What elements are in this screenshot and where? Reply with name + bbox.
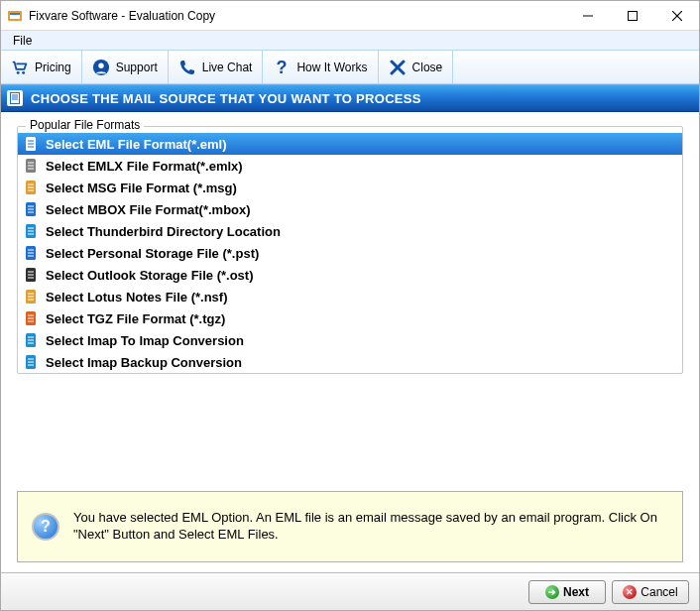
document-icon — [7, 90, 23, 106]
question-icon: ? — [273, 59, 291, 76]
format-item-label: Select Personal Storage File (*.pst) — [46, 246, 259, 261]
close-label: Close — [412, 61, 443, 74]
pricing-button[interactable]: Pricing — [1, 51, 82, 83]
toolbar: Pricing Support Live Chat — [1, 51, 699, 84]
file-format-icon — [24, 267, 40, 283]
file-format-icon — [24, 354, 40, 370]
format-item-label: Select EML File Format(*.eml) — [46, 137, 227, 152]
support-button[interactable]: Support — [82, 51, 169, 83]
info-panel: ? You have selected EML Option. An EML f… — [17, 491, 683, 562]
footer: ➔ Next ✕ Cancel — [1, 572, 699, 610]
support-label: Support — [116, 61, 158, 74]
format-item-label: Select TGZ File Format (*.tgz) — [46, 311, 225, 326]
window-controls — [565, 1, 699, 30]
svg-text:?: ? — [277, 59, 288, 76]
format-item[interactable]: Select Lotus Notes File (*.nsf) — [18, 286, 682, 307]
format-item[interactable]: Select EMLX File Format(*.emlx) — [18, 155, 682, 177]
format-item-label: Select MBOX File Format(*.mbox) — [46, 202, 251, 217]
svg-rect-4 — [628, 12, 637, 21]
app-window: Fixvare Software - Evaluation Copy File — [0, 0, 700, 611]
info-icon: ? — [32, 513, 59, 541]
format-item-label: Select MSG File Format (*.msg) — [46, 181, 237, 195]
content-area: Popular File Formats Select EML File For… — [1, 112, 699, 572]
svg-point-7 — [17, 70, 20, 73]
svg-point-8 — [22, 70, 25, 73]
cancel-button[interactable]: ✕ Cancel — [612, 580, 689, 604]
maximize-button[interactable] — [610, 1, 654, 31]
next-icon: ➔ — [545, 585, 559, 599]
close-icon — [389, 59, 407, 76]
file-format-icon — [24, 136, 40, 152]
format-item[interactable]: Select MSG File Format (*.msg) — [18, 177, 682, 198]
format-item[interactable]: Select Imap Backup Conversion — [18, 351, 682, 373]
file-format-icon — [24, 180, 40, 195]
next-button[interactable]: ➔ Next — [528, 580, 606, 604]
format-item-label: Select Outlook Storage File (*.ost) — [46, 268, 253, 283]
formats-legend: Popular File Formats — [26, 118, 144, 132]
howitworks-button[interactable]: ? How It Works — [263, 51, 378, 83]
format-item[interactable]: Select Imap To Imap Conversion — [18, 329, 682, 351]
cancel-label: Cancel — [641, 585, 677, 599]
format-item[interactable]: Select Personal Storage File (*.pst) — [18, 242, 682, 264]
cart-icon — [11, 59, 29, 76]
formats-fieldset: Popular File Formats Select EML File For… — [17, 126, 683, 374]
format-item-label: Select Imap Backup Conversion — [46, 355, 242, 370]
format-item[interactable]: Select MBOX File Format(*.mbox) — [18, 198, 682, 220]
menubar: File — [1, 31, 699, 51]
svg-rect-14 — [11, 93, 20, 104]
pricing-label: Pricing — [35, 61, 71, 74]
minimize-button[interactable] — [565, 1, 610, 31]
window-title: Fixvare Software - Evaluation Copy — [29, 9, 565, 23]
format-item[interactable]: Select Outlook Storage File (*.ost) — [18, 264, 682, 286]
titlebar: Fixvare Software - Evaluation Copy — [1, 1, 699, 31]
svg-point-10 — [98, 62, 103, 67]
howitworks-label: How It Works — [296, 61, 367, 74]
format-item[interactable]: Select EML File Format(*.eml) — [18, 133, 682, 155]
phone-icon — [178, 59, 196, 76]
menu-file[interactable]: File — [9, 34, 36, 48]
app-icon — [7, 8, 23, 24]
formats-list: Select EML File Format(*.eml)Select EMLX… — [18, 133, 682, 373]
format-item-label: Select Lotus Notes File (*.nsf) — [46, 290, 227, 305]
close-button[interactable]: Close — [379, 51, 454, 83]
file-format-icon — [24, 332, 40, 348]
headset-icon — [92, 59, 110, 76]
cancel-icon: ✕ — [623, 585, 637, 599]
next-label: Next — [563, 585, 589, 599]
svg-rect-2 — [10, 13, 20, 15]
file-format-icon — [24, 289, 40, 305]
section-header-title: CHOOSE THE MAIL SOURCE THAT YOU WANT TO … — [31, 91, 421, 106]
format-item[interactable]: Select Thunderbird Directory Location — [18, 220, 682, 242]
format-item-label: Select Thunderbird Directory Location — [46, 224, 281, 239]
livechat-label: Live Chat — [202, 61, 253, 74]
close-window-button[interactable] — [654, 1, 699, 31]
file-format-icon — [24, 223, 40, 239]
format-item-label: Select EMLX File Format(*.emlx) — [46, 159, 243, 174]
info-text: You have selected EML Option. An EML fil… — [73, 510, 668, 544]
file-format-icon — [24, 245, 40, 261]
format-item-label: Select Imap To Imap Conversion — [46, 333, 244, 348]
file-format-icon — [24, 310, 40, 326]
format-item[interactable]: Select TGZ File Format (*.tgz) — [18, 307, 682, 329]
livechat-button[interactable]: Live Chat — [169, 51, 264, 83]
section-header: CHOOSE THE MAIL SOURCE THAT YOU WANT TO … — [1, 84, 699, 112]
file-format-icon — [24, 201, 40, 217]
file-format-icon — [24, 158, 40, 174]
